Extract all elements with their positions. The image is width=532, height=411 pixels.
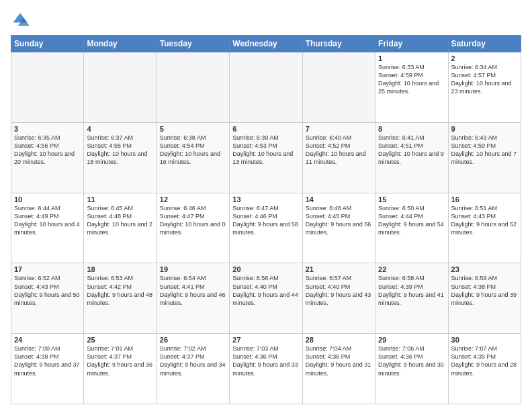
day-number: 7: [306, 125, 372, 133]
day-number: 9: [451, 125, 518, 133]
day-number: 26: [160, 336, 226, 344]
calendar-cell: 20Sunrise: 6:56 AM Sunset: 4:40 PM Dayli…: [230, 263, 302, 334]
calendar-header-thursday: Thursday: [302, 36, 375, 52]
logo-icon: [11, 11, 30, 30]
calendar-week-1: 1Sunrise: 6:33 AM Sunset: 4:59 PM Daylig…: [11, 52, 521, 123]
day-info: Sunrise: 6:46 AM Sunset: 4:47 PM Dayligh…: [160, 204, 226, 237]
page: SundayMondayTuesdayWednesdayThursdayFrid…: [0, 0, 532, 411]
day-number: 25: [87, 336, 153, 344]
day-number: 12: [160, 195, 226, 203]
calendar-cell: 12Sunrise: 6:46 AM Sunset: 4:47 PM Dayli…: [157, 193, 229, 263]
day-number: 17: [14, 265, 81, 273]
calendar-cell: [230, 52, 302, 123]
day-number: 15: [378, 195, 445, 203]
calendar-header-monday: Monday: [84, 36, 157, 52]
day-number: 20: [232, 265, 299, 273]
day-info: Sunrise: 6:52 AM Sunset: 4:43 PM Dayligh…: [14, 274, 81, 307]
day-number: 3: [14, 125, 81, 133]
calendar-cell: 5Sunrise: 6:38 AM Sunset: 4:54 PM Daylig…: [157, 122, 229, 193]
calendar-cell: 8Sunrise: 6:41 AM Sunset: 4:51 PM Daylig…: [375, 122, 448, 193]
day-info: Sunrise: 6:33 AM Sunset: 4:59 PM Dayligh…: [378, 63, 445, 96]
day-info: Sunrise: 6:35 AM Sunset: 4:56 PM Dayligh…: [14, 134, 81, 167]
calendar-cell: [11, 52, 84, 123]
day-info: Sunrise: 6:37 AM Sunset: 4:55 PM Dayligh…: [87, 134, 153, 167]
day-info: Sunrise: 6:47 AM Sunset: 4:46 PM Dayligh…: [232, 204, 299, 237]
day-info: Sunrise: 6:45 AM Sunset: 4:48 PM Dayligh…: [87, 204, 153, 237]
calendar-cell: 9Sunrise: 6:43 AM Sunset: 4:50 PM Daylig…: [448, 122, 521, 193]
day-number: 1: [378, 54, 445, 62]
day-info: Sunrise: 6:43 AM Sunset: 4:50 PM Dayligh…: [451, 134, 518, 167]
day-info: Sunrise: 7:00 AM Sunset: 4:38 PM Dayligh…: [14, 345, 81, 377]
calendar-header-sunday: Sunday: [11, 36, 84, 52]
day-info: Sunrise: 6:44 AM Sunset: 4:49 PM Dayligh…: [14, 204, 81, 237]
day-info: Sunrise: 7:01 AM Sunset: 4:37 PM Dayligh…: [87, 345, 153, 377]
day-info: Sunrise: 7:02 AM Sunset: 4:37 PM Dayligh…: [160, 345, 226, 377]
calendar-header-saturday: Saturday: [448, 36, 521, 52]
calendar-header-row: SundayMondayTuesdayWednesdayThursdayFrid…: [11, 36, 521, 52]
day-number: 22: [378, 265, 445, 273]
day-info: Sunrise: 6:51 AM Sunset: 4:43 PM Dayligh…: [451, 204, 518, 237]
calendar-cell: 11Sunrise: 6:45 AM Sunset: 4:48 PM Dayli…: [84, 193, 157, 263]
calendar-week-5: 24Sunrise: 7:00 AM Sunset: 4:38 PM Dayli…: [11, 334, 521, 404]
calendar-cell: 18Sunrise: 6:53 AM Sunset: 4:42 PM Dayli…: [84, 263, 157, 334]
day-info: Sunrise: 7:03 AM Sunset: 4:36 PM Dayligh…: [232, 345, 299, 377]
day-info: Sunrise: 6:50 AM Sunset: 4:44 PM Dayligh…: [378, 204, 445, 237]
calendar-week-4: 17Sunrise: 6:52 AM Sunset: 4:43 PM Dayli…: [11, 263, 521, 334]
day-info: Sunrise: 6:53 AM Sunset: 4:42 PM Dayligh…: [87, 274, 153, 307]
day-number: 28: [306, 336, 372, 344]
day-info: Sunrise: 6:56 AM Sunset: 4:40 PM Dayligh…: [232, 274, 299, 307]
day-info: Sunrise: 6:57 AM Sunset: 4:40 PM Dayligh…: [306, 274, 372, 307]
calendar-cell: [302, 52, 375, 123]
calendar-cell: 24Sunrise: 7:00 AM Sunset: 4:38 PM Dayli…: [11, 334, 84, 404]
calendar-cell: 29Sunrise: 7:06 AM Sunset: 4:36 PM Dayli…: [375, 334, 448, 404]
day-number: 2: [451, 54, 518, 62]
logo: [11, 11, 32, 30]
calendar-cell: 17Sunrise: 6:52 AM Sunset: 4:43 PM Dayli…: [11, 263, 84, 334]
day-info: Sunrise: 6:58 AM Sunset: 4:39 PM Dayligh…: [378, 274, 445, 307]
calendar-cell: 7Sunrise: 6:40 AM Sunset: 4:52 PM Daylig…: [302, 122, 375, 193]
day-number: 23: [451, 265, 518, 273]
calendar-cell: 30Sunrise: 7:07 AM Sunset: 4:35 PM Dayli…: [448, 334, 521, 404]
day-number: 18: [87, 265, 153, 273]
day-number: 8: [378, 125, 445, 133]
calendar-cell: 28Sunrise: 7:04 AM Sunset: 4:36 PM Dayli…: [302, 334, 375, 404]
calendar-cell: 16Sunrise: 6:51 AM Sunset: 4:43 PM Dayli…: [448, 193, 521, 263]
day-number: 27: [232, 336, 299, 344]
day-number: 24: [14, 336, 81, 344]
calendar-table: SundayMondayTuesdayWednesdayThursdayFrid…: [11, 35, 521, 404]
calendar-cell: [84, 52, 157, 123]
day-number: 11: [87, 195, 153, 203]
calendar-cell: 26Sunrise: 7:02 AM Sunset: 4:37 PM Dayli…: [157, 334, 229, 404]
day-info: Sunrise: 6:38 AM Sunset: 4:54 PM Dayligh…: [160, 134, 226, 167]
day-number: 4: [87, 125, 153, 133]
calendar-week-3: 10Sunrise: 6:44 AM Sunset: 4:49 PM Dayli…: [11, 193, 521, 263]
calendar-header-wednesday: Wednesday: [230, 36, 302, 52]
day-number: 5: [160, 125, 226, 133]
calendar-cell: 10Sunrise: 6:44 AM Sunset: 4:49 PM Dayli…: [11, 193, 84, 263]
calendar-cell: 19Sunrise: 6:54 AM Sunset: 4:41 PM Dayli…: [157, 263, 229, 334]
day-number: 19: [160, 265, 226, 273]
calendar-cell: 15Sunrise: 6:50 AM Sunset: 4:44 PM Dayli…: [375, 193, 448, 263]
day-number: 13: [232, 195, 299, 203]
day-number: 6: [232, 125, 299, 133]
calendar-cell: [157, 52, 229, 123]
calendar-cell: 2Sunrise: 6:34 AM Sunset: 4:57 PM Daylig…: [448, 52, 521, 123]
calendar-cell: 25Sunrise: 7:01 AM Sunset: 4:37 PM Dayli…: [84, 334, 157, 404]
day-info: Sunrise: 6:48 AM Sunset: 4:45 PM Dayligh…: [306, 204, 372, 237]
calendar-cell: 22Sunrise: 6:58 AM Sunset: 4:39 PM Dayli…: [375, 263, 448, 334]
day-info: Sunrise: 6:34 AM Sunset: 4:57 PM Dayligh…: [451, 63, 518, 96]
calendar-cell: 21Sunrise: 6:57 AM Sunset: 4:40 PM Dayli…: [302, 263, 375, 334]
calendar-cell: 1Sunrise: 6:33 AM Sunset: 4:59 PM Daylig…: [375, 52, 448, 123]
calendar-cell: 14Sunrise: 6:48 AM Sunset: 4:45 PM Dayli…: [302, 193, 375, 263]
day-number: 14: [306, 195, 372, 203]
calendar-header-tuesday: Tuesday: [157, 36, 229, 52]
day-number: 30: [451, 336, 518, 344]
calendar-cell: 13Sunrise: 6:47 AM Sunset: 4:46 PM Dayli…: [230, 193, 302, 263]
day-info: Sunrise: 7:07 AM Sunset: 4:35 PM Dayligh…: [451, 345, 518, 377]
calendar-week-2: 3Sunrise: 6:35 AM Sunset: 4:56 PM Daylig…: [11, 122, 521, 193]
day-number: 21: [306, 265, 372, 273]
day-number: 16: [451, 195, 518, 203]
day-info: Sunrise: 6:39 AM Sunset: 4:53 PM Dayligh…: [232, 134, 299, 167]
calendar-cell: 4Sunrise: 6:37 AM Sunset: 4:55 PM Daylig…: [84, 122, 157, 193]
calendar-cell: 3Sunrise: 6:35 AM Sunset: 4:56 PM Daylig…: [11, 122, 84, 193]
